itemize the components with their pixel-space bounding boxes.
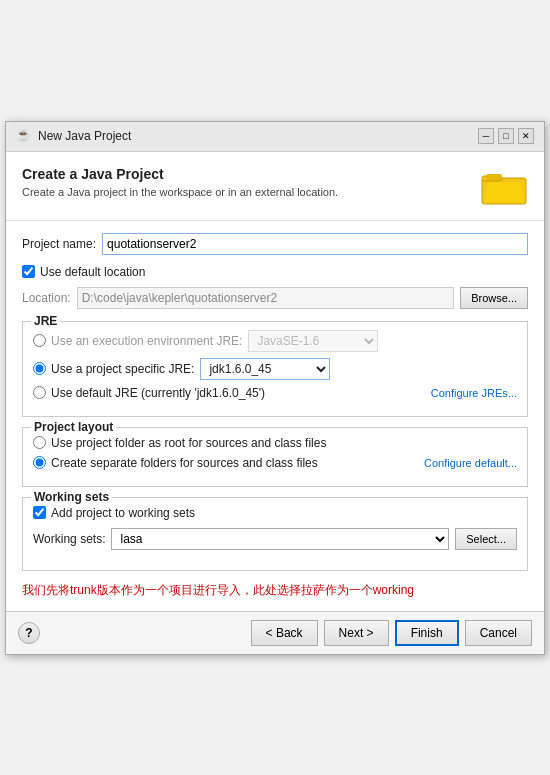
default-location-row: Use default location	[22, 265, 528, 279]
location-row: Location: Browse...	[22, 287, 528, 309]
add-to-working-sets-label: Add project to working sets	[51, 506, 195, 520]
project-name-row: Project name:	[22, 233, 528, 255]
folder-icon	[480, 166, 528, 206]
minimize-button[interactable]: ─	[478, 128, 494, 144]
maximize-button[interactable]: □	[498, 128, 514, 144]
header-section: Create a Java Project Create a Java proj…	[6, 152, 544, 221]
project-name-input[interactable]	[102, 233, 528, 255]
dialog-description: Create a Java project in the workspace o…	[22, 186, 338, 198]
finish-button[interactable]: Finish	[395, 620, 459, 646]
configure-default-link[interactable]: Configure default...	[424, 457, 517, 469]
working-sets-label: Working sets:	[33, 532, 105, 546]
title-bar: ☕ New Java Project ─ □ ✕	[6, 122, 544, 152]
layout-radio-2-label: Create separate folders for sources and …	[51, 456, 318, 470]
project-layout-legend: Project layout	[31, 420, 116, 434]
browse-button[interactable]: Browse...	[460, 287, 528, 309]
jre-radio-3[interactable]	[33, 386, 46, 399]
layout-radio-2[interactable]	[33, 456, 46, 469]
content: Project name: Use default location Locat…	[6, 221, 544, 611]
project-name-label: Project name:	[22, 237, 96, 251]
jre-legend: JRE	[31, 314, 60, 328]
jre-radio-2[interactable]	[33, 362, 46, 375]
default-location-label: Use default location	[40, 265, 145, 279]
add-to-working-sets-checkbox[interactable]	[33, 506, 46, 519]
help-button[interactable]: ?	[18, 622, 40, 644]
layout-radio-1-label: Use project folder as root for sources a…	[51, 436, 326, 450]
working-sets-select-row: Working sets: lasa Select...	[33, 528, 517, 550]
project-layout-section: Project layout Use project folder as roo…	[22, 427, 528, 487]
configure-jres-link[interactable]: Configure JREs...	[431, 387, 517, 399]
title-bar-left: ☕ New Java Project	[16, 128, 131, 144]
new-java-project-dialog: ☕ New Java Project ─ □ ✕ Create a Java P…	[5, 121, 545, 655]
add-to-working-sets-row: Add project to working sets	[33, 506, 517, 520]
select-button[interactable]: Select...	[455, 528, 517, 550]
jre-radio-3-row: Use default JRE (currently 'jdk1.6.0_45'…	[33, 386, 517, 400]
back-button[interactable]: < Back	[251, 620, 318, 646]
jre-radio-3-label: Use default JRE (currently 'jdk1.6.0_45'…	[51, 386, 265, 400]
jre-env-select[interactable]: JavaSE-1.6	[248, 330, 378, 352]
title-bar-title: New Java Project	[38, 129, 131, 143]
close-button[interactable]: ✕	[518, 128, 534, 144]
location-input[interactable]	[77, 287, 454, 309]
svg-rect-2	[486, 174, 502, 180]
java-project-icon: ☕	[16, 128, 32, 144]
next-button[interactable]: Next >	[324, 620, 389, 646]
annotation-text: 我们先将trunk版本作为一个项目进行导入，此处选择拉萨作为一个working	[22, 581, 528, 599]
cancel-button[interactable]: Cancel	[465, 620, 532, 646]
title-bar-controls: ─ □ ✕	[478, 128, 534, 144]
footer-left: ?	[18, 622, 40, 644]
dialog-title: Create a Java Project	[22, 166, 338, 182]
header-text: Create a Java Project Create a Java proj…	[22, 166, 338, 198]
jre-specific-select[interactable]: jdk1.6.0_45	[200, 358, 330, 380]
layout-radio-1[interactable]	[33, 436, 46, 449]
jre-radio-2-label: Use a project specific JRE:	[51, 362, 194, 376]
location-label: Location:	[22, 291, 71, 305]
jre-radio-2-row: Use a project specific JRE: jdk1.6.0_45	[33, 358, 517, 380]
default-location-checkbox[interactable]	[22, 265, 35, 278]
working-sets-dropdown[interactable]: lasa	[111, 528, 449, 550]
jre-section: JRE Use an execution environment JRE: Ja…	[22, 321, 528, 417]
jre-radio-1-label: Use an execution environment JRE:	[51, 334, 242, 348]
footer: ? < Back Next > Finish Cancel	[6, 611, 544, 654]
footer-right: < Back Next > Finish Cancel	[251, 620, 532, 646]
working-sets-legend: Working sets	[31, 490, 112, 504]
layout-radio-1-row: Use project folder as root for sources a…	[33, 436, 517, 450]
jre-radio-1[interactable]	[33, 334, 46, 347]
working-sets-section: Working sets Add project to working sets…	[22, 497, 528, 571]
jre-radio-1-row: Use an execution environment JRE: JavaSE…	[33, 330, 517, 352]
layout-radio-2-row: Create separate folders for sources and …	[33, 456, 517, 470]
